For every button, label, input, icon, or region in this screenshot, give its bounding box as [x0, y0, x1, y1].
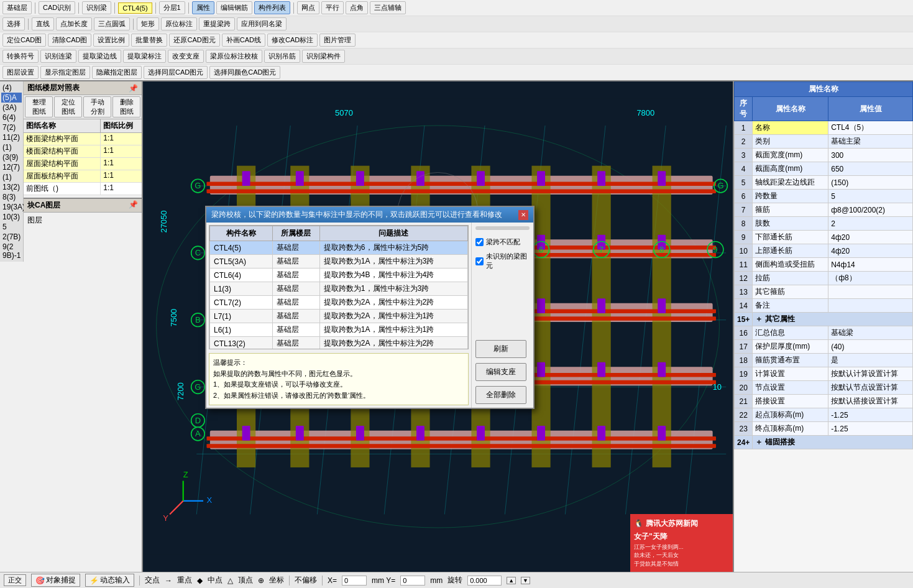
btn-re-extract[interactable]: 重提梁跨: [199, 17, 235, 30]
btn-extract-beam-annot[interactable]: 提取梁标注: [123, 50, 166, 63]
btn-delete-all[interactable]: 全部删除: [475, 386, 526, 404]
btn-show-layer[interactable]: 显示指定图层: [40, 66, 90, 79]
btn-midpoint[interactable]: 重点: [177, 575, 192, 586]
rotate-input[interactable]: [467, 576, 502, 586]
floor-num-13-2[interactable]: 13(2): [1, 182, 22, 192]
prop-row-18[interactable]: 19 计算设置 按默认计算设置计算: [735, 367, 913, 381]
prop-row-17[interactable]: 18 箍筋贯通布置 是: [735, 354, 913, 367]
prop-row-10[interactable]: 11 侧面构造或受扭筋 N4ф14: [735, 258, 913, 272]
btn-rotate-down[interactable]: ▼: [521, 577, 530, 584]
checkbox-beam-mismatch-input[interactable]: [475, 238, 484, 246]
dialog-row-5[interactable]: L7(1) 基础层 提取跨数为2A，属性中标注为1跨: [210, 310, 468, 323]
floor-num-5a[interactable]: (5)A: [1, 93, 22, 103]
dialog-row-2[interactable]: CTL6(4) 基础层 提取跨数为4B，属性中标注为4跨: [210, 269, 468, 282]
checkbox-unrecognized-input[interactable]: [475, 257, 484, 265]
prop-row-9[interactable]: 10 上部通长筋 4ф20: [735, 244, 913, 258]
layer-pin-icon[interactable]: 📌: [129, 200, 138, 211]
btn-recognize-beam-comp[interactable]: 识别梁构件: [302, 50, 345, 63]
prop-row-13[interactable]: 14 备注: [735, 299, 913, 313]
floor-row-3[interactable]: 屋面板结构平面 1:1: [24, 170, 142, 183]
btn-edit-support[interactable]: 编辑支座: [475, 363, 526, 381]
btn-intersect[interactable]: 交点: [145, 575, 160, 586]
floor-num-10-3[interactable]: 10(3): [1, 212, 22, 222]
btn-component-list[interactable]: 构件列表: [254, 1, 290, 14]
btn-change-support[interactable]: 改变支座: [168, 50, 204, 63]
btn-recognize-conn-beam[interactable]: 识别连梁: [40, 50, 76, 63]
floor-num-9-9b[interactable]: 9(2 9B)-1: [1, 242, 22, 260]
btn-add-cad-line[interactable]: 补画CAD线: [222, 34, 265, 47]
floor-num-1[interactable]: (1): [1, 142, 22, 152]
btn-locate-cad[interactable]: 定位CAD图: [2, 34, 46, 47]
btn-convert-symbol[interactable]: 转换符号: [2, 50, 39, 63]
prop-row-7[interactable]: 8 肢数 2: [735, 217, 913, 231]
btn-cad-recognize[interactable]: CAD识别: [39, 1, 75, 14]
pin-icon[interactable]: 📌: [129, 84, 138, 93]
btn-grid[interactable]: 网点: [297, 1, 319, 14]
floor-num-8-3[interactable]: 8(3): [1, 192, 22, 202]
floor-num-7-2[interactable]: 7(2): [1, 122, 22, 132]
btn-snap[interactable]: 🎯 对象捕捉: [31, 574, 80, 587]
prop-row-2[interactable]: 3 截面宽度(mm) 300: [735, 149, 913, 162]
prop-row-0[interactable]: 1 名称 CTL4（5）: [735, 121, 913, 135]
checkbox-unrecognized[interactable]: 未识别的梁图元: [475, 252, 530, 270]
prop-row-11[interactable]: 12 拉筋 （ф8）: [735, 272, 913, 285]
btn-recognize-beam[interactable]: 识别梁: [82, 1, 111, 14]
btn-point-length[interactable]: 点加长度: [56, 17, 92, 30]
btn-arc[interactable]: 三点圆弧: [94, 17, 130, 30]
btn-batch-replace[interactable]: 批量替换: [131, 34, 167, 47]
btn-organize-drawing[interactable]: 整理图纸: [25, 96, 53, 117]
btn-angle[interactable]: 点角: [346, 1, 368, 14]
btn-property[interactable]: 属性: [192, 1, 214, 14]
dialog-row-1[interactable]: CTL5(3A) 基础层 提取跨数为1A，属性中标注为3跨: [210, 255, 468, 269]
btn-locate-drawing[interactable]: 定位图纸: [54, 96, 82, 117]
prop-row-5[interactable]: 6 跨数量 5: [735, 190, 913, 203]
dialog-row-3[interactable]: L1(3) 基础层 提取跨数为1，属性中标注为3跨: [210, 282, 468, 296]
prop-row-22[interactable]: 23 终点顶标高(m) -1.25: [735, 422, 913, 436]
dialog-close-btn[interactable]: ✕: [518, 210, 528, 220]
btn-manual-split[interactable]: 手动分割: [83, 96, 111, 117]
prop-row-12[interactable]: 13 其它箍筋: [735, 285, 913, 299]
prop-row-20[interactable]: 21 搭接设置 按默认搭接设置计算: [735, 395, 913, 408]
x-input[interactable]: [342, 576, 367, 586]
canvas-area[interactable]: 1 2 3 1/4 5 6 7 8 9 G: [143, 81, 733, 572]
checkbox-beam-mismatch[interactable]: 梁跨不匹配: [475, 237, 530, 247]
floor-num-19-3a[interactable]: 19(3A): [1, 202, 22, 212]
btn-hide-layer[interactable]: 隐藏指定图层: [92, 66, 142, 79]
btn-layer1[interactable]: 分层1: [159, 1, 185, 14]
floor-row-1[interactable]: 楼面梁结构平面 1:1: [24, 145, 142, 158]
btn-midpoint2[interactable]: 中点: [208, 575, 223, 586]
dialog-row-6[interactable]: L6(1) 基础层 提取跨数为1A，属性中标注为1跨: [210, 323, 468, 337]
btn-coord[interactable]: 坐标: [269, 575, 284, 586]
prop-row-3[interactable]: 4 截面高度(mm) 650: [735, 162, 913, 176]
btn-delete-drawing[interactable]: 删除图纸: [112, 96, 140, 117]
prop-row-16[interactable]: 17 保护层厚度(mm) (40): [735, 340, 913, 354]
floor-num-3-9[interactable]: (3(9): [1, 152, 22, 162]
floor-num-2-7b[interactable]: 2(7B): [1, 232, 22, 242]
prop-row-6[interactable]: 7 箍筋 ф8@100/200(2): [735, 203, 913, 217]
prop-row-8[interactable]: 9 下部通长筋 4ф20: [735, 231, 913, 244]
btn-beam-pos-check[interactable]: 梁原位标注校核: [206, 50, 262, 63]
btn-select-same-layer[interactable]: 选择同层CAD图元: [144, 66, 208, 79]
prop-row-15[interactable]: 16 汇总信息 基础梁: [735, 326, 913, 340]
btn-layer-settings[interactable]: 图层设置: [2, 66, 39, 79]
floor-num-5[interactable]: 5: [1, 222, 22, 232]
btn-parallel[interactable]: 平行: [321, 1, 344, 14]
dialog-table-scroll[interactable]: 构件名称 所属楼层 问题描述 CTL4(5) 基础层 提取跨数为6，属性中标注为…: [209, 225, 469, 349]
dialog-row-0[interactable]: CTL4(5) 基础层 提取跨数为6，属性中标注为5跨: [210, 241, 468, 255]
dialog-row-4[interactable]: CTL7(2) 基础层 提取跨数为2A，属性中标注为2跨: [210, 296, 468, 310]
btn-recognize-stirrup[interactable]: 识别吊筋: [264, 50, 300, 63]
btn-ctl4[interactable]: CTL4(5): [118, 2, 152, 14]
floor-row-4[interactable]: 前图纸（) 1:1: [24, 183, 142, 195]
btn-top[interactable]: 顶点: [238, 575, 253, 586]
floor-num-4[interactable]: (4): [1, 83, 22, 93]
dialog-row-7[interactable]: CTL13(2) 基础层 提取跨数为2A，属性中标注为2跨: [210, 337, 468, 350]
y-input[interactable]: [400, 576, 425, 586]
layer-item-0[interactable]: 图层: [25, 214, 140, 227]
btn-line[interactable]: 直线: [32, 17, 54, 30]
floor-num-6-4[interactable]: 6(4): [1, 113, 22, 122]
btn-rect[interactable]: 矩形: [137, 17, 159, 30]
btn-rotate-up[interactable]: ▲: [507, 577, 516, 584]
btn-3point-axis[interactable]: 三点辅轴: [370, 1, 406, 14]
btn-edit-rebar[interactable]: 编辑钢筋: [216, 1, 252, 14]
btn-modify-cad-annot[interactable]: 修改CAD标注: [267, 34, 318, 47]
